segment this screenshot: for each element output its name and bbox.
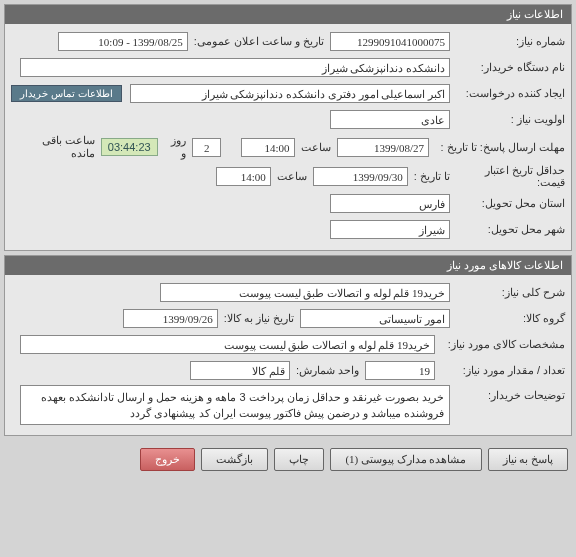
print-button[interactable]: چاپ	[274, 448, 324, 471]
action-button-bar: پاسخ به نیاز مشاهده مدارک پیوستی (1) چاپ…	[0, 440, 576, 479]
city-label: شهر محل تحویل:	[450, 223, 565, 236]
reply-deadline-label: مهلت ارسال پاسخ: تا تاریخ :	[429, 141, 565, 154]
back-button[interactable]: بازگشت	[201, 448, 268, 471]
remaining-label: ساعت باقی مانده	[11, 134, 101, 160]
unit-label: واحد شمارش:	[290, 364, 365, 377]
unit-value: قلم کالا	[190, 361, 290, 380]
buyer-notes-value: خرید بصورت غیرنقد و حداقل زمان پرداخت 3 …	[20, 385, 450, 425]
publish-value: 1399/08/25 - 10:09	[58, 32, 188, 51]
need-info-title: اطلاعات نیاز	[507, 8, 563, 20]
min-credit-date: 1399/09/30	[313, 167, 408, 186]
need-info-header: اطلاعات نیاز	[5, 5, 571, 24]
creator-value: اکبر اسماعیلی امور دفتری دانشکده دندانپز…	[130, 84, 450, 103]
buyer-org-value: دانشکده دندانپزشکی شیراز	[20, 58, 450, 77]
need-summary-label: شرح کلی نیاز:	[450, 286, 565, 299]
goods-info-panel: اطلاعات کالاهای مورد نیاز شرح کلی نیاز: …	[4, 255, 572, 436]
province-value: فارس	[330, 194, 450, 213]
time-label-2: ساعت	[271, 170, 313, 183]
qty-label: تعداد / مقدار مورد نیاز:	[435, 364, 565, 377]
respond-button[interactable]: پاسخ به نیاز	[488, 448, 569, 471]
need-number-value: 1299091041000075	[330, 32, 450, 51]
goods-info-body: شرح کلی نیاز: خرید19 قلم لوله و اتصالات …	[5, 275, 571, 435]
need-info-panel: اطلاعات نیاز شماره نیاز: 129909104100007…	[4, 4, 572, 251]
buyer-org-label: نام دستگاه خریدار:	[450, 61, 565, 74]
need-info-body: شماره نیاز: 1299091041000075 تاریخ و ساع…	[5, 24, 571, 250]
days-unit: روز و	[158, 134, 192, 160]
countdown-timer: 03:44:23	[101, 138, 158, 156]
need-date-to-label: تاریخ نیاز به کالا:	[218, 312, 300, 325]
goods-group-label: گروه کالا:	[450, 312, 565, 325]
goods-group-value: امور تاسیساتی	[300, 309, 450, 328]
publish-label: تاریخ و ساعت اعلان عمومی:	[188, 35, 330, 48]
days-value: 2	[192, 138, 221, 157]
priority-value: عادی	[330, 110, 450, 129]
need-number-label: شماره نیاز:	[450, 35, 565, 48]
time-label-1: ساعت	[295, 141, 337, 154]
spec-value: خرید19 قلم لوله و اتصالات طبق لیست پیوست	[20, 335, 435, 354]
province-label: استان محل تحویل:	[450, 197, 565, 210]
city-value: شیراز	[330, 220, 450, 239]
view-attachments-button[interactable]: مشاهده مدارک پیوستی (1)	[330, 448, 481, 471]
need-date-to-value: 1399/09/26	[123, 309, 218, 328]
contact-buyer-link[interactable]: اطلاعات تماس خریدار	[11, 85, 122, 102]
reply-deadline-date: 1399/08/27	[337, 138, 430, 157]
qty-value: 19	[365, 361, 435, 380]
min-credit-label: حداقل تاریخ اعتبار قیمت:	[450, 164, 565, 188]
priority-label: اولویت نیاز :	[450, 113, 565, 126]
reply-deadline-time: 14:00	[241, 138, 295, 157]
need-summary-value: خرید19 قلم لوله و اتصالات طبق لیست پیوست	[160, 283, 450, 302]
spec-label: مشخصات کالای مورد نیاز:	[435, 338, 565, 351]
exit-button[interactable]: خروج	[140, 448, 195, 471]
min-credit-time: 14:00	[216, 167, 271, 186]
goods-info-header: اطلاعات کالاهای مورد نیاز	[5, 256, 571, 275]
to-date-label: تا تاریخ :	[408, 170, 450, 183]
creator-label: ایجاد کننده درخواست:	[450, 87, 565, 100]
goods-info-title: اطلاعات کالاهای مورد نیاز	[447, 259, 563, 271]
buyer-notes-label: توضیحات خریدار:	[450, 385, 565, 402]
